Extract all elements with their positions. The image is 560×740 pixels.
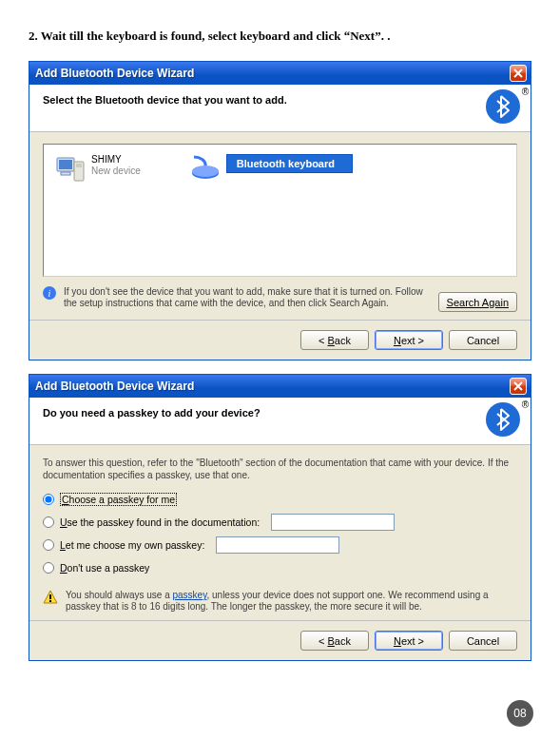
svg-point-7 (192, 166, 219, 177)
info-text: If you don't see the device that you wan… (64, 286, 431, 309)
keyboard-highlight-label: Bluetooth keyboard (226, 154, 353, 173)
radio-label: Use the passkey found in the documentati… (60, 516, 260, 528)
passkey-link[interactable]: passkey (173, 590, 207, 600)
header-text: Select the Bluetooth device that you wan… (43, 94, 517, 106)
warning-icon (43, 590, 58, 605)
search-again-label: Search Again (447, 297, 509, 308)
radio-choose-for-me[interactable]: Choose a passkey for me (43, 491, 517, 508)
bluetooth-logo: ® (485, 401, 521, 439)
svg-rect-5 (76, 164, 82, 167)
radio-input[interactable] (43, 539, 54, 551)
dialog-header: Do you need a passkey to add your device… (29, 398, 531, 445)
close-button[interactable] (510, 378, 527, 395)
radio-input[interactable] (43, 494, 54, 505)
radio-input[interactable] (43, 562, 54, 574)
radio-label: Choose a passkey for me (60, 493, 177, 506)
titlebar: Add Bluetooth Device Wizard (29, 375, 531, 398)
cancel-button[interactable]: Cancel (449, 330, 517, 350)
cancel-button[interactable]: Cancel (449, 631, 517, 651)
window-title: Add Bluetooth Device Wizard (35, 380, 194, 393)
page-number: 08 (507, 700, 533, 727)
select-device-dialog: Add Bluetooth Device Wizard Select the B… (29, 61, 531, 360)
instruction-text: 2. Wait till the keyboard is found, sele… (29, 29, 531, 44)
window-title: Add Bluetooth Device Wizard (35, 67, 194, 80)
svg-rect-9 (49, 594, 51, 599)
radio-own-passkey[interactable]: Let me choose my own passkey: (43, 536, 517, 554)
info-icon: i (43, 286, 56, 300)
svg-rect-2 (59, 160, 72, 169)
next-button[interactable]: Next > (375, 330, 443, 350)
close-button[interactable] (510, 65, 527, 82)
registered-mark: ® (522, 399, 529, 410)
svg-rect-3 (61, 172, 70, 175)
search-again-button[interactable]: Search Again (438, 292, 517, 312)
keyboard-icon (186, 154, 221, 181)
device-item-shimy[interactable]: SHIMY New device (51, 152, 145, 268)
passkey-dialog: Add Bluetooth Device Wizard Do you need … (29, 374, 531, 661)
close-icon (513, 381, 523, 391)
warning-text: You should always use a passkey, unless … (66, 590, 517, 613)
radio-label: Don't use a passkey (60, 562, 149, 574)
radio-no-passkey[interactable]: Don't use a passkey (43, 559, 517, 576)
back-button[interactable]: < Back (300, 631, 369, 651)
passkey-input-doc[interactable] (271, 514, 395, 531)
radio-use-documentation[interactable]: Use the passkey found in the documentati… (43, 514, 517, 531)
titlebar: Add Bluetooth Device Wizard (29, 62, 531, 85)
svg-rect-10 (49, 600, 51, 602)
registered-mark: ® (522, 87, 529, 97)
device-item-keyboard[interactable]: Bluetooth keyboard (183, 152, 357, 268)
device-list[interactable]: SHIMY New device Bluetooth keyboard (43, 144, 517, 277)
radio-label: Let me choose my own passkey: (60, 539, 204, 551)
device-name: SHIMY (91, 154, 141, 166)
radio-input[interactable] (43, 516, 54, 528)
device-subtext: New device (91, 166, 141, 177)
explain-text: To answer this question, refer to the "B… (43, 457, 517, 481)
dialog-header: Select the Bluetooth device that you wan… (29, 85, 531, 132)
next-button[interactable]: Next > (375, 631, 443, 651)
back-button[interactable]: < Back (300, 330, 369, 350)
bluetooth-logo: ® (485, 88, 521, 127)
dialog-footer: < Back Next > Cancel (29, 320, 531, 360)
computer-icon (55, 154, 86, 185)
close-icon (513, 68, 523, 78)
passkey-input-own[interactable] (216, 536, 339, 554)
header-text: Do you need a passkey to add your device… (43, 407, 517, 419)
dialog-footer: < Back Next > Cancel (29, 620, 531, 660)
